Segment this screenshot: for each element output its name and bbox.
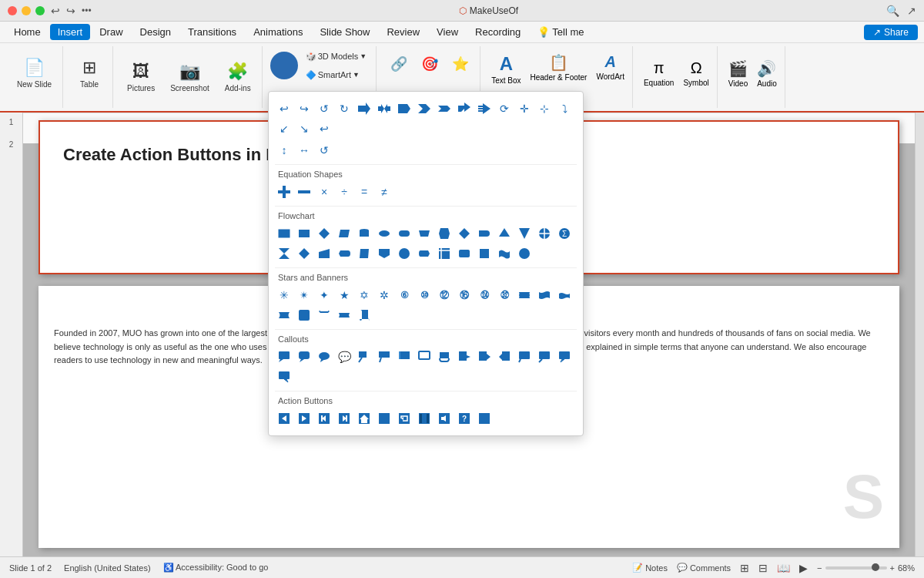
fc-punched-tape[interactable] [495, 244, 514, 263]
banner-wave2[interactable] [535, 286, 554, 304]
star-badge-10[interactable]: ⑩ [415, 286, 434, 304]
fc-decision[interactable] [315, 224, 333, 243]
callout-corner2[interactable] [535, 348, 554, 366]
star-badge-24[interactable]: ㉔ [475, 286, 494, 304]
fc-database2[interactable] [515, 244, 534, 263]
shape-curved-left[interactable]: ↩ [275, 99, 293, 118]
shape-plus[interactable] [275, 183, 293, 201]
star-6[interactable]: ✦ [315, 286, 333, 304]
normal-view-icon[interactable]: ⊞ [740, 562, 749, 574]
star-5[interactable]: ★ [335, 286, 353, 304]
menu-view[interactable]: View [429, 24, 466, 40]
fc-internal-storage[interactable] [435, 244, 454, 263]
action-beginning[interactable] [315, 409, 333, 428]
shape-striped[interactable] [475, 99, 494, 118]
fc-summing[interactable]: Σ [555, 224, 574, 243]
shape-notched-right[interactable]: ⤵ [555, 99, 574, 118]
banner-wave-left[interactable] [515, 286, 534, 304]
callout-line1[interactable] [355, 348, 373, 366]
fc-sort[interactable] [295, 244, 313, 263]
shape-rotate[interactable]: ↺ [315, 141, 333, 160]
shape-chevron[interactable] [415, 99, 434, 118]
reading-view-icon[interactable]: 📖 [777, 562, 790, 574]
action-blank[interactable] [375, 409, 393, 428]
link-button[interactable]: 🔗 [384, 52, 413, 76]
add-ins-button[interactable]: 🧩 Add-ins [219, 50, 257, 104]
wordart-button[interactable]: A WordArt [593, 50, 628, 84]
shape-u-turn-right[interactable]: ↻ [335, 99, 353, 118]
menu-home[interactable]: Home [6, 24, 49, 40]
action-custom[interactable] [475, 409, 494, 428]
maximize-button[interactable] [35, 6, 45, 15]
fc-start-end[interactable] [395, 224, 413, 243]
callout-vert[interactable] [455, 348, 474, 366]
action-end[interactable] [335, 409, 353, 428]
callout-accent-bar[interactable] [395, 348, 413, 366]
star-4[interactable]: ✳ [275, 286, 293, 304]
fc-display[interactable] [335, 244, 353, 263]
shape-left-right-up-arrow[interactable]: ⊹ [535, 99, 554, 118]
banner-v-scroll[interactable] [355, 306, 373, 324]
star-burst[interactable]: ✴ [295, 286, 313, 304]
star-badge-32[interactable]: ㉜ [495, 286, 514, 304]
shape-quad-arrow[interactable]: ✛ [515, 99, 534, 118]
menu-design[interactable]: Design [132, 24, 179, 40]
fc-extract[interactable] [495, 224, 514, 243]
shape-up-down[interactable]: ↕ [275, 141, 293, 160]
shape-notched[interactable] [435, 99, 454, 118]
new-slide-button[interactable]: 📄 New Slide [11, 46, 58, 100]
action-film[interactable] [415, 409, 434, 428]
smartart-button[interactable]: 🔷 SmartArt ▼ [301, 66, 372, 83]
fc-alternate[interactable] [295, 224, 313, 243]
callout-round-rect[interactable] [295, 348, 313, 366]
shape-arrow-right[interactable] [355, 99, 373, 118]
fc-comment[interactable] [455, 244, 474, 263]
banner-h-scroll[interactable] [315, 306, 333, 324]
fc-offpage[interactable] [375, 244, 393, 263]
fc-preparation[interactable] [435, 224, 454, 243]
undo-button[interactable]: ↩ [51, 5, 60, 17]
shape-circular-arrow[interactable]: ⟳ [495, 99, 514, 118]
callout-corner1[interactable] [515, 348, 534, 366]
slide-sorter-icon[interactable]: ⊟ [758, 562, 768, 574]
video-button[interactable]: 🎬 Video [725, 56, 751, 91]
slideshow-view-icon[interactable]: ▶ [799, 562, 808, 574]
star-6b[interactable]: ✡ [355, 286, 373, 304]
fc-manual-input[interactable] [315, 244, 333, 263]
shape-curved-down[interactable]: ↙ [275, 119, 293, 138]
fc-merge[interactable] [515, 224, 534, 243]
action-button[interactable]: 🎯 [415, 52, 444, 76]
action-sound[interactable] [435, 409, 454, 428]
table-button[interactable]: ⊞ Table [71, 46, 108, 100]
menu-review[interactable]: Review [379, 24, 427, 40]
fc-process[interactable] [275, 224, 293, 243]
menu-draw[interactable]: Draw [92, 24, 130, 40]
zoom-out-button[interactable]: − [817, 563, 822, 573]
shapes-button[interactable] [270, 52, 298, 79]
star-badge-16[interactable]: ⑯ [455, 286, 474, 304]
fc-magnetic-disk[interactable] [375, 224, 393, 243]
shape-not-equal[interactable]: ≠ [375, 183, 393, 201]
redo-button[interactable]: ↪ [66, 5, 75, 17]
callout-oval[interactable] [315, 348, 333, 366]
fc-or[interactable] [535, 224, 554, 243]
callout-line2[interactable] [375, 348, 393, 366]
share-button[interactable]: ↗ Share [864, 25, 918, 40]
screenshot-button[interactable]: 📷 Screenshot [164, 50, 216, 104]
shape-left-right[interactable]: ↔ [295, 141, 313, 160]
notes-icon[interactable]: 📝 Notes [632, 563, 668, 573]
zoom-slider[interactable] [825, 566, 887, 570]
fc-delay[interactable] [475, 224, 494, 243]
menu-insert[interactable]: Insert [50, 24, 91, 40]
callout-vert3[interactable] [495, 348, 514, 366]
symbol-button[interactable]: Ω Symbol [680, 56, 711, 90]
textbox-button[interactable]: A Text Box [488, 50, 524, 88]
audio-button[interactable]: 🔊 Audio [754, 56, 780, 91]
more-options-button[interactable]: ••• [82, 5, 92, 16]
star-badge-12[interactable]: ⑫ [435, 286, 454, 304]
bookmark-button[interactable]: ⭐ [446, 52, 475, 76]
fc-onpage[interactable] [475, 244, 494, 263]
star-8[interactable]: ✲ [375, 286, 393, 304]
shape-minus[interactable] [295, 183, 313, 201]
zoom-in-button[interactable]: + [890, 563, 895, 573]
